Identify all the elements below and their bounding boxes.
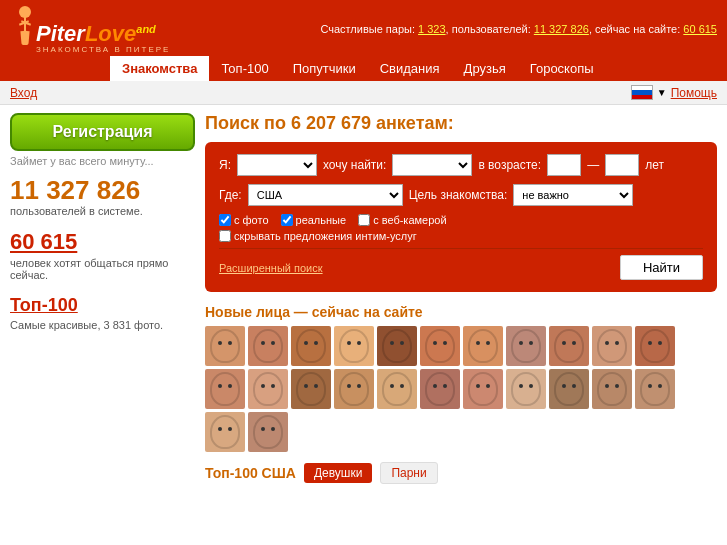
- nav-druzya[interactable]: Друзья: [452, 56, 518, 81]
- help-link[interactable]: Помощь: [671, 86, 717, 100]
- where-label: Где:: [219, 188, 242, 202]
- nav-znakomstva[interactable]: Знакомства: [110, 56, 209, 81]
- online-count-link[interactable]: 60 615: [683, 23, 717, 35]
- age-dash: —: [587, 158, 599, 172]
- where-select[interactable]: США Россия Весь мир: [248, 184, 403, 206]
- second-nav: Вход ▼ Помощь: [0, 81, 727, 105]
- hide-checkbox[interactable]: [219, 230, 231, 242]
- online-count-label: человек хотят общаться прямо сейчас.: [10, 257, 195, 281]
- face-thumb[interactable]: [248, 369, 288, 409]
- face-thumb[interactable]: [334, 369, 374, 409]
- checkbox-photo[interactable]: с фото: [219, 214, 269, 226]
- face-thumb[interactable]: [549, 326, 589, 366]
- tab-girls-button[interactable]: Девушки: [304, 463, 373, 483]
- i-label: Я:: [219, 158, 231, 172]
- reg-subtitle: Займет у вас всего минуту...: [10, 155, 195, 167]
- register-button[interactable]: Регистрация: [10, 113, 195, 151]
- face-thumb[interactable]: [205, 369, 245, 409]
- photo-checkbox[interactable]: [219, 214, 231, 226]
- search-row-1: Я: Мужчина Женщина хочу найти: Мужчину Ж…: [219, 154, 703, 176]
- checkbox-hide[interactable]: скрывать предложения интим-услуг: [219, 230, 417, 242]
- nav-goroskopy[interactable]: Гороскопы: [518, 56, 606, 81]
- checkbox-webcam[interactable]: с веб-камерой: [358, 214, 446, 226]
- dropdown-arrow[interactable]: ▼: [657, 87, 667, 98]
- top100-bottom-section: Топ-100 США Девушки Парни: [205, 462, 717, 484]
- main-layout: Регистрация Займет у вас всего минуту...…: [0, 105, 727, 492]
- user-count-display: 11 327 826: [10, 177, 195, 203]
- face-thumb[interactable]: [463, 326, 503, 366]
- age-label: в возрасте:: [478, 158, 541, 172]
- face-thumb[interactable]: [506, 369, 546, 409]
- age-to-input[interactable]: [605, 154, 639, 176]
- face-thumb[interactable]: [635, 369, 675, 409]
- face-thumb[interactable]: [592, 369, 632, 409]
- faces-grid: [205, 326, 717, 452]
- sidebar: Регистрация Займет у вас всего минуту...…: [10, 113, 195, 331]
- face-thumb[interactable]: [463, 369, 503, 409]
- face-thumb[interactable]: [248, 412, 288, 452]
- tab-guys-button[interactable]: Парни: [380, 462, 437, 484]
- search-bottom-row: Расширенный поиск Найти: [219, 255, 703, 280]
- purpose-label: Цель знакомства:: [409, 188, 508, 202]
- face-thumb[interactable]: [377, 326, 417, 366]
- pairs-count-link[interactable]: 1 323: [418, 23, 446, 35]
- face-thumb[interactable]: [291, 326, 331, 366]
- face-thumb[interactable]: [205, 326, 245, 366]
- search-row-2: Где: США Россия Весь мир Цель знакомства…: [219, 184, 703, 206]
- top100-sidebar-link[interactable]: Топ-100: [10, 295, 195, 316]
- want-select[interactable]: Мужчину Женщину: [392, 154, 472, 176]
- age-suffix: лет: [645, 158, 664, 172]
- face-thumb[interactable]: [420, 369, 460, 409]
- online-count-display[interactable]: 60 615: [10, 229, 195, 255]
- top100-bottom-title: Топ-100 США: [205, 465, 296, 481]
- face-thumb[interactable]: [506, 326, 546, 366]
- checkbox-row-1: с фото реальные с веб-камерой: [219, 214, 703, 226]
- checkbox-real[interactable]: реальные: [281, 214, 347, 226]
- logo: PiterLoveand ЗНАКОМСТВА В ПИТЕРЕ: [10, 4, 170, 56]
- face-thumb[interactable]: [635, 326, 675, 366]
- want-label: хочу найти:: [323, 158, 386, 172]
- face-thumb[interactable]: [549, 369, 589, 409]
- search-box: Я: Мужчина Женщина хочу найти: Мужчину Ж…: [205, 142, 717, 292]
- face-thumb[interactable]: [248, 326, 288, 366]
- real-checkbox[interactable]: [281, 214, 293, 226]
- top-stats: Счастливые пары: 1 323, пользователей: 1…: [320, 23, 717, 37]
- new-faces-title: Новые лица — сейчас на сайте: [205, 304, 717, 320]
- logo-name: PiterLoveand ЗНАКОМСТВА В ПИТЕРЕ: [36, 23, 170, 54]
- purpose-select[interactable]: не важно Дружба Отношения: [513, 184, 633, 206]
- gender-select[interactable]: Мужчина Женщина: [237, 154, 317, 176]
- search-divider: [219, 248, 703, 249]
- login-link[interactable]: Вход: [10, 86, 37, 100]
- nav-bar: Знакомства Топ-100 Попутчики Свидания Др…: [0, 56, 727, 81]
- users-count-link[interactable]: 11 327 826: [534, 23, 589, 35]
- help-area: ▼ Помощь: [631, 85, 717, 100]
- search-button[interactable]: Найти: [620, 255, 703, 280]
- face-thumb[interactable]: [291, 369, 331, 409]
- user-count-label: пользователей в системе.: [10, 205, 195, 217]
- face-thumb[interactable]: [377, 369, 417, 409]
- nav-svidaniya[interactable]: Свидания: [368, 56, 452, 81]
- nav-poputchiki[interactable]: Попутчики: [281, 56, 368, 81]
- webcam-checkbox[interactable]: [358, 214, 370, 226]
- face-thumb[interactable]: [205, 412, 245, 452]
- face-thumb[interactable]: [420, 326, 460, 366]
- flag-icon: [631, 85, 653, 100]
- face-thumb[interactable]: [334, 326, 374, 366]
- face-thumb[interactable]: [592, 326, 632, 366]
- checkbox-row-2: скрывать предложения интим-услуг: [219, 230, 703, 242]
- top100-sidebar-sub: Самые красивые, 3 831 фото.: [10, 319, 195, 331]
- nav-top100[interactable]: Топ-100: [209, 56, 280, 81]
- advanced-search-link[interactable]: Расширенный поиск: [219, 262, 323, 274]
- main-content: Поиск по 6 207 679 анкетам: Я: Мужчина Ж…: [205, 113, 717, 484]
- search-title: Поиск по 6 207 679 анкетам:: [205, 113, 717, 134]
- age-from-input[interactable]: [547, 154, 581, 176]
